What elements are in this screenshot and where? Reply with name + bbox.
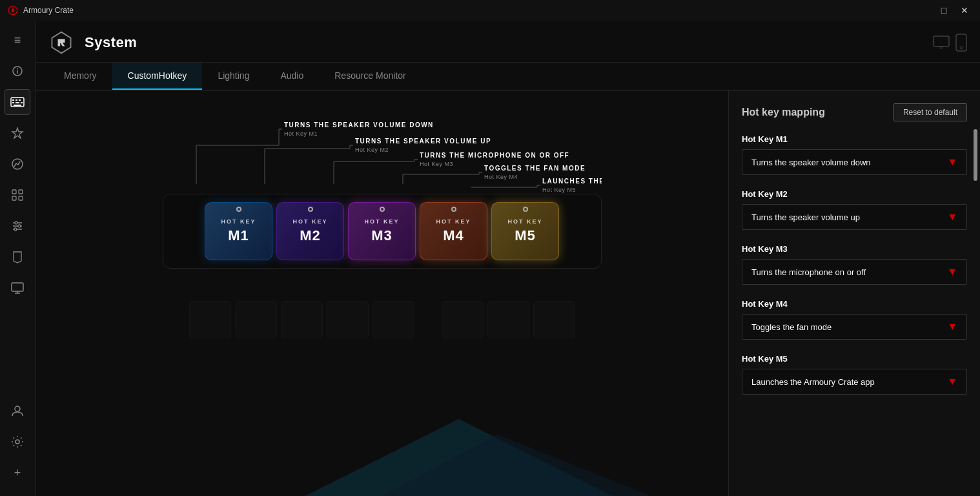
hotkey-button-m3[interactable]: HOT KEY M3 [348,202,416,260]
dropdown-arrow-m3: ▼ [947,266,957,278]
sidebar-item-add[interactable]: + [5,460,30,486]
panel-scrollbar[interactable] [974,129,977,181]
hotkey-dropdown-m5[interactable]: Launches the Armoury Crate app ▼ [742,369,967,395]
sidebar-item-keyboard[interactable] [5,89,30,115]
svg-rect-28 [934,36,949,46]
hotkey-label-m1: HOT KEY [221,218,256,225]
content-header: System [36,21,980,63]
hotkey-dot-m2 [308,207,313,212]
hotkey-label-m2: HOT KEY [292,218,327,225]
bg-key-6 [442,301,484,338]
hotkey-entry-label-m2: Hot Key M2 [742,189,967,199]
tab-lighting[interactable]: Lighting [202,63,265,90]
bg-key-8 [533,301,575,338]
hotkey-name-m4: M4 [443,227,464,244]
close-button[interactable]: ✕ [957,3,972,18]
bg-key-1 [189,301,231,338]
hotkey-button-m4[interactable]: HOT KEY M4 [420,202,487,260]
hotkey-dropdown-m2[interactable]: Turns the speaker volume up ▼ [742,204,967,230]
hotkey-button-m1[interactable]: HOT KEY M1 [205,202,272,260]
bg-key-3 [281,301,323,338]
svg-rect-15 [12,196,16,200]
svg-point-21 [18,225,21,227]
svg-rect-9 [15,102,19,103]
tab-audio[interactable]: Audio [265,63,319,90]
reset-to-default-button[interactable]: Reset to default [893,103,967,121]
sidebar-item-settings[interactable] [5,429,30,455]
hotkey-entry-label-m3: Hot Key M3 [742,244,967,254]
hotkey-dropdown-value-m4: Toggles the fan mode [751,322,832,332]
hotkey-name-m1: M1 [228,227,249,244]
hotkey-entry-label-m5: Hot Key M5 [742,354,967,364]
performance-icon [11,158,24,170]
svg-rect-5 [12,99,14,101]
info-icon [12,65,23,77]
app-title: Armoury Crate [23,6,74,15]
callout-sub-m3: Hot Key M3 [420,161,453,167]
svg-point-26 [15,406,20,411]
sidebar-item-download[interactable] [5,182,30,208]
svg-rect-13 [12,190,16,194]
svg-rect-7 [19,99,21,101]
svg-rect-16 [19,196,23,200]
svg-rect-11 [14,105,21,106]
hotkey-panel: Hot key mapping Reset to default Hot Key… [728,90,980,496]
callout-title-m4: TOGGLES THE FAN MODE [484,165,586,172]
svg-rect-10 [21,102,23,103]
hotkey-dot-m4 [451,207,456,212]
sidebar-item-aura[interactable] [5,120,30,146]
tab-customhotkey[interactable]: CustomHotkey [112,63,203,90]
sidebar-item-info[interactable] [5,58,30,84]
callout-sub-m4: Hot Key M4 [484,174,518,180]
hotkey-button-m2[interactable]: HOT KEY M2 [276,202,344,260]
background-keys-row [189,301,575,338]
hotkey-label-m3: HOT KEY [364,218,399,225]
svg-point-22 [14,228,17,231]
sidebar: ≡ [0,21,36,496]
dropdown-arrow-m1: ▼ [947,156,957,168]
hotkey-entry-label-m1: Hot Key M1 [742,134,967,144]
hotkey-name-m3: M3 [371,227,393,244]
rog-logo [48,30,74,56]
sidebar-item-tag[interactable] [5,244,30,270]
svg-rect-14 [19,190,23,194]
bg-key-2 [235,301,277,338]
panel-header: Hot key mapping Reset to default [742,103,967,121]
hotkey-dot-m5 [523,207,528,212]
sidebar-item-sliders[interactable] [5,213,30,239]
user-icon [11,404,24,417]
title-bar-controls: □ ✕ [936,3,972,18]
sidebar-item-menu[interactable]: ≡ [5,27,30,53]
hotkey-diagram: TURNS THE SPEAKER VOLUME DOWN Hot Key M1… [163,110,602,269]
svg-point-32 [960,46,963,49]
hotkey-entry-m5: Hot Key M5 Launches the Armoury Crate ap… [742,354,967,395]
hotkey-label-m5: HOT KEY [507,218,542,225]
hotkey-dropdown-m1[interactable]: Turns the speaker volume down ▼ [742,149,967,175]
callout-title-m3: TURNS THE MICROPHONE ON OR OFF [420,152,569,159]
callout-title-m5: LAUNCHES THE ARMOURY CRATE APP [542,178,602,185]
device-icon-1 [932,34,950,52]
maximize-button[interactable]: □ [936,3,952,18]
hotkey-dropdown-value-m2: Turns the speaker volume up [751,212,860,222]
hotkey-name-m5: M5 [515,227,536,244]
hotkey-button-m5[interactable]: HOT KEY M5 [491,202,559,260]
title-bar-left: Armoury Crate [8,5,74,16]
dropdown-arrow-m4: ▼ [947,321,957,333]
hotkey-dropdown-m3[interactable]: Turns the microphone on or off ▼ [742,259,967,285]
sidebar-item-display[interactable] [5,275,30,301]
title-bar: Armoury Crate □ ✕ [0,0,980,21]
tab-memory[interactable]: Memory [48,63,112,90]
display-icon [11,282,24,294]
sidebar-item-perf[interactable] [5,151,30,177]
svg-rect-31 [956,34,966,51]
callout-title-m2: TURNS THE SPEAKER VOLUME UP [355,138,491,145]
callout-title-m1: TURNS THE SPEAKER VOLUME DOWN [284,121,434,129]
hotkey-entry-m2: Hot Key M2 Turns the speaker volume up ▼ [742,189,967,230]
sidebar-bottom: + [5,398,30,496]
sidebar-item-user[interactable] [5,398,30,424]
tab-resource-monitor[interactable]: Resource Monitor [319,63,422,90]
hotkey-entry-m4: Hot Key M4 Toggles the fan mode ▼ [742,299,967,340]
dropdown-arrow-m5: ▼ [947,376,957,388]
hotkey-dropdown-m4[interactable]: Toggles the fan mode ▼ [742,314,967,340]
panel-title: Hot key mapping [742,107,825,118]
